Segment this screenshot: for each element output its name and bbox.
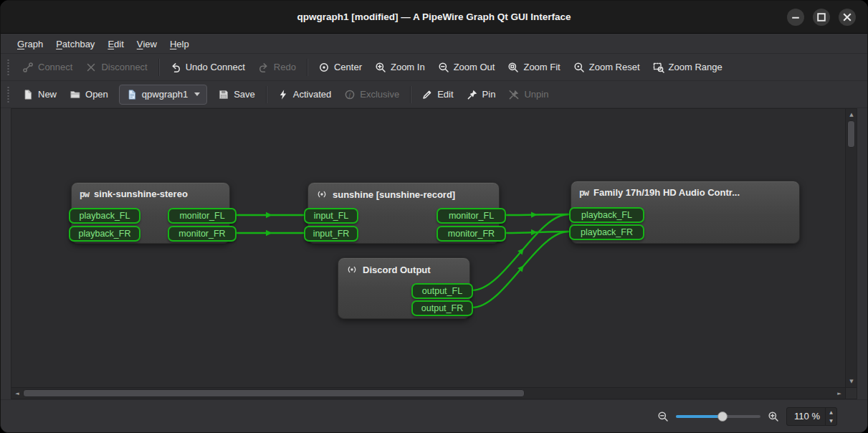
connect-button[interactable]: Connect <box>16 57 79 78</box>
scroll-up-arrow[interactable]: ▲ <box>846 109 857 120</box>
node-family-hd-audio[interactable]: pw Family 17h/19h HD Audio Contr... play… <box>571 181 800 244</box>
scroll-left-arrow[interactable]: ◄ <box>11 388 23 399</box>
zoom-slider[interactable] <box>676 409 760 424</box>
open-button[interactable]: Open <box>63 84 115 105</box>
port-input-fl[interactable]: input_FL <box>304 208 358 224</box>
horizontal-scroll-handle[interactable] <box>23 389 525 397</box>
patchbay-file-combo[interactable]: qpwgraph1 <box>119 85 207 105</box>
center-button[interactable]: Center <box>312 57 368 78</box>
activated-label: Activated <box>293 89 331 100</box>
menu-graph[interactable]: Graph <box>11 34 49 53</box>
zoom-value: 110 % <box>787 408 825 425</box>
save-button[interactable]: Save <box>211 84 262 105</box>
zoom-in-button[interactable]: Zoom In <box>368 57 431 78</box>
port-monitor-fl[interactable]: monitor_FL <box>168 208 237 224</box>
zoom-in-label: Zoom In <box>391 62 425 72</box>
zoom-range-icon <box>653 62 664 73</box>
node-title: Discord Output <box>363 265 431 275</box>
pipewire-icon: pw <box>80 189 89 199</box>
port-playback-fr[interactable]: playback_FR <box>569 224 644 240</box>
toolbar-separator <box>158 59 159 76</box>
port-playback-fl[interactable]: playback_FL <box>569 207 644 223</box>
unpin-button[interactable]: Unpin <box>502 84 555 105</box>
zoom-in-icon[interactable] <box>768 411 779 422</box>
redo-button[interactable]: Redo <box>252 57 302 78</box>
spin-up-button[interactable]: ▲ <box>826 408 836 417</box>
spin-down-button[interactable]: ▼ <box>826 417 836 425</box>
window-title: qpwgraph1 [modified] — A PipeWire Graph … <box>297 11 571 22</box>
menu-help[interactable]: Help <box>163 34 196 53</box>
node-sink-sunshine-stereo[interactable]: pw sink-sunshine-stereo playback_FL play… <box>71 182 230 244</box>
maximize-button[interactable] <box>813 9 830 26</box>
title-bar[interactable]: qpwgraph1 [modified] — A PipeWire Graph … <box>1 1 867 34</box>
center-label: Center <box>334 62 362 72</box>
vertical-scroll-handle[interactable] <box>847 120 855 148</box>
node-sunshine-record[interactable]: sunshine [sunshine-record] input_FL inpu… <box>307 182 500 244</box>
redo-icon <box>258 62 270 73</box>
port-output-fr[interactable]: output_FR <box>411 300 473 316</box>
zoom-out-button[interactable]: Zoom Out <box>431 57 502 78</box>
zoom-reset-button[interactable]: Zoom Reset <box>567 57 647 78</box>
record-icon <box>316 189 328 200</box>
chevron-down-icon <box>194 92 200 96</box>
scroll-right-arrow[interactable]: ► <box>834 388 845 399</box>
scroll-down-arrow[interactable]: ▼ <box>846 376 857 387</box>
undo-connect-button[interactable]: Undo Connect <box>163 57 252 78</box>
pipewire-icon: pw <box>579 187 588 198</box>
node-discord-output[interactable]: Discord Output output_FL output_FR <box>338 257 470 319</box>
zoom-range-label: Zoom Range <box>669 62 722 72</box>
port-output-fl[interactable]: output_FL <box>411 283 473 299</box>
exclusive-icon: f <box>344 89 356 100</box>
graph-canvas-frame: pw sink-sunshine-stereo playback_FL play… <box>11 108 857 399</box>
port-playback-fl[interactable]: playback_FL <box>69 208 140 224</box>
app-window: qpwgraph1 [modified] — A PipeWire Graph … <box>0 0 868 433</box>
vertical-scrollbar[interactable]: ▲ ▼ <box>845 109 857 387</box>
pin-icon <box>467 89 478 100</box>
window-controls <box>787 1 856 33</box>
new-button[interactable]: New <box>16 84 63 105</box>
menu-patchbay[interactable]: Patchbay <box>49 34 101 53</box>
exclusive-button[interactable]: f Exclusive <box>338 84 406 105</box>
maximize-icon <box>816 11 827 23</box>
menu-view[interactable]: View <box>130 34 163 53</box>
zoom-slider-handle[interactable] <box>717 411 728 422</box>
close-button[interactable] <box>839 9 856 26</box>
node-title: Family 17h/19h HD Audio Contr... <box>593 187 740 198</box>
menu-edit[interactable]: Edit <box>101 34 130 53</box>
minimize-button[interactable] <box>787 9 804 26</box>
toolbar-drag-handle[interactable] <box>6 86 10 103</box>
undo-connect-label: Undo Connect <box>186 62 245 72</box>
zoom-out-icon[interactable] <box>657 411 669 422</box>
activated-button[interactable]: Activated <box>271 84 338 105</box>
new-label: New <box>38 89 57 100</box>
graph-toolbar: Connect Disconnect Undo Connect Redo Cen… <box>1 54 867 81</box>
graph-canvas[interactable]: pw sink-sunshine-stereo playback_FL play… <box>11 109 845 387</box>
port-monitor-fl[interactable]: monitor_FL <box>437 208 506 224</box>
edit-button[interactable]: Edit <box>415 84 459 105</box>
horizontal-scrollbar[interactable]: ◄ ► <box>11 387 845 399</box>
close-icon <box>841 11 853 23</box>
port-playback-fr[interactable]: playback_FR <box>69 226 140 242</box>
save-icon <box>218 89 229 100</box>
pin-button[interactable]: Pin <box>460 84 502 105</box>
disconnect-button[interactable]: Disconnect <box>79 57 153 78</box>
zoom-fit-icon <box>507 62 519 73</box>
port-input-fr[interactable]: input_FR <box>304 226 358 242</box>
exclusive-label: Exclusive <box>360 89 399 100</box>
zoom-spinbox[interactable]: 110 % ▲ ▼ <box>786 407 837 426</box>
toolbar-drag-handle[interactable] <box>6 59 10 76</box>
port-monitor-fr[interactable]: monitor_FR <box>168 226 237 242</box>
node-title: sunshine [sunshine-record] <box>333 189 455 200</box>
node-header: Discord Output <box>338 258 469 275</box>
patchbay-file-name: qpwgraph1 <box>142 89 188 100</box>
zoom-fit-label: Zoom Fit <box>523 62 560 72</box>
zoom-in-icon <box>375 62 386 73</box>
zoom-range-button[interactable]: Zoom Range <box>647 57 729 78</box>
spinbox-buttons: ▲ ▼ <box>825 408 836 425</box>
zoom-fit-button[interactable]: Zoom Fit <box>501 57 566 78</box>
redo-label: Redo <box>274 62 296 72</box>
svg-text:f: f <box>349 91 352 98</box>
open-folder-icon <box>70 89 81 100</box>
connections-layer <box>11 109 845 387</box>
port-monitor-fr[interactable]: monitor_FR <box>437 226 506 242</box>
